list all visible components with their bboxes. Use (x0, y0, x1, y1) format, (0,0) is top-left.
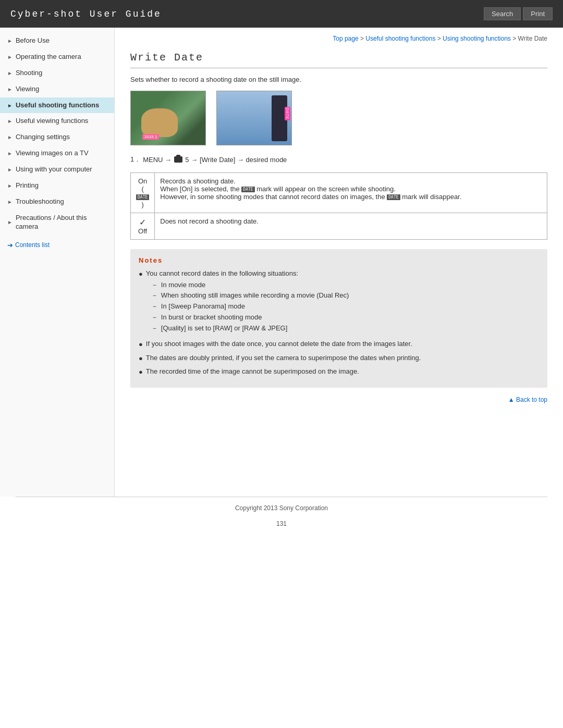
chevron-right-icon: ► (7, 182, 13, 189)
sidebar-item-viewing[interactable]: ► Viewing (0, 81, 114, 97)
chevron-right-icon: ► (7, 102, 13, 109)
bullet-icon: ● (139, 367, 143, 377)
sidebar-item-label: Operating the camera (16, 53, 81, 61)
sidebar-item-operating[interactable]: ► Operating the camera (0, 49, 114, 65)
on-icon: On (DATE) (136, 177, 149, 208)
content-area: Top page > Useful shooting functions > U… (115, 28, 563, 497)
sidebar-item-computer[interactable]: ► Using with your computer (0, 162, 114, 178)
note-text: If you shoot images with the date once, … (146, 339, 412, 349)
sidebar-item-label: Useful viewing functions (16, 117, 88, 126)
sidebar-item-before-use[interactable]: ► Before Use (0, 33, 114, 49)
chevron-right-icon: ► (7, 70, 13, 77)
chevron-right-icon: ► (7, 54, 13, 60)
header: Cyber-shot User Guide Search Print (0, 0, 563, 28)
dash-icon: － (151, 301, 158, 312)
table-cell-desc-off: Does not record a shooting date. (155, 213, 547, 240)
list-item: －In [Sweep Panorama] mode (151, 301, 349, 312)
sidebar-item-troubleshooting[interactable]: ► Troubleshooting (0, 194, 114, 210)
settings-table: On (DATE) Records a shooting date. When … (130, 172, 547, 240)
camera-num: 5 (185, 156, 189, 164)
print-button[interactable]: Print (523, 7, 553, 20)
sidebar-item-label: Useful shooting functions (16, 101, 99, 110)
main-layout: ► Before Use ► Operating the camera ► Sh… (0, 28, 563, 497)
sidebar-item-label: Before Use (16, 36, 50, 45)
date-badge-inline1: DATE (241, 187, 254, 192)
bullet-icon: ● (139, 269, 143, 279)
header-buttons: Search Print (484, 7, 553, 20)
list-item: －In burst or bracket shooting mode (151, 312, 349, 323)
breadcrumb-useful-shooting[interactable]: Useful shooting functions (365, 35, 435, 42)
bullet-icon: ● (139, 339, 143, 350)
sidebar-item-label: Changing settings (16, 133, 70, 142)
table-cell-icon-off: ✓ Off (131, 213, 155, 240)
breadcrumb-using-shooting[interactable]: Using shooting functions (443, 35, 511, 42)
breadcrumb-current: Write Date (518, 35, 547, 42)
camera-icon (174, 156, 182, 163)
sidebar-item-printing[interactable]: ► Printing (0, 178, 114, 194)
page-description: Sets whether to record a shooting date o… (130, 76, 547, 83)
notes-box: Notes ● You cannot record dates in the f… (130, 249, 547, 388)
sidebar-item-label: Precautions / About this camera (16, 214, 109, 231)
date-badge-inline2: DATE (387, 194, 400, 200)
chevron-right-icon: ► (7, 118, 13, 125)
sidebar-item-label: Viewing images on a TV (16, 149, 89, 158)
sidebar-item-label: Shooting (16, 69, 42, 78)
table-row: On (DATE) Records a shooting date. When … (131, 173, 547, 213)
chevron-right-icon: ► (7, 134, 13, 141)
breadcrumb-top[interactable]: Top page (333, 35, 358, 42)
search-button[interactable]: Search (484, 7, 521, 20)
sidebar-item-label: Viewing (16, 85, 39, 94)
sidebar-item-useful-viewing[interactable]: ► Useful viewing functions (0, 113, 114, 129)
sidebar-item-label: Using with your computer (16, 165, 92, 174)
list-item: －[Quality] is set to [RAW] or [RAW & JPE… (151, 323, 349, 334)
table-cell-desc-on: Records a shooting date. When [On] is se… (155, 173, 547, 213)
sidebar-item-label: Printing (16, 181, 39, 190)
contents-link-label: Contents list (15, 241, 50, 249)
arrow-right-icon: ➔ (7, 241, 13, 249)
sidebar-item-label: Troubleshooting (16, 198, 64, 206)
page-title: Write Date (130, 52, 547, 68)
list-item: －When shooting still images while record… (151, 290, 349, 301)
menu-step-number: 1． (130, 155, 141, 164)
table-row: ✓ Off Does not record a shooting date. (131, 213, 547, 240)
footer: Copyright 2013 Sony Corporation (0, 497, 563, 517)
chevron-right-icon: ► (7, 199, 13, 205)
photo-device (216, 91, 292, 145)
dash-icon: － (151, 323, 158, 334)
breadcrumb: Top page > Useful shooting functions > U… (130, 35, 547, 44)
contents-list-link[interactable]: ➔ Contents list (0, 237, 114, 253)
dash-icon: － (151, 280, 158, 291)
list-item: ● The dates are doubly printed, if you s… (139, 353, 539, 364)
list-item: ● You cannot record dates in the followi… (139, 268, 539, 336)
chevron-right-icon: ► (7, 86, 13, 93)
list-item: ● The recorded time of the image cannot … (139, 366, 539, 377)
dash-icon: － (151, 312, 158, 323)
sidebar-item-precautions[interactable]: ► Precautions / About this camera (0, 210, 114, 235)
breadcrumb-sep3: > (512, 35, 518, 42)
breadcrumb-sep1: > (360, 35, 365, 42)
list-item: －In movie mode (151, 280, 349, 291)
sidebar-item-viewing-tv[interactable]: ► Viewing images on a TV (0, 145, 114, 162)
chevron-right-icon: ► (7, 150, 13, 157)
menu-instruction: 1． MENU → 5 → [Write Date] → desired mod… (130, 155, 547, 164)
back-to-top-link[interactable]: Back to top (130, 396, 547, 403)
sidebar-item-changing-settings[interactable]: ► Changing settings (0, 129, 114, 145)
chevron-right-icon: ► (7, 38, 13, 44)
sidebar-item-shooting[interactable]: ► Shooting (0, 65, 114, 81)
breadcrumb-sep2: > (437, 35, 443, 42)
note-text: You cannot record dates in the following… (146, 268, 349, 336)
menu-text-end: → [Write Date] → desired mode (191, 156, 287, 164)
bullet-icon: ● (139, 353, 143, 364)
chevron-right-icon: ► (7, 166, 13, 173)
menu-text-start: MENU → (143, 156, 172, 164)
page-number: 131 (0, 517, 563, 535)
dash-icon: － (151, 290, 158, 301)
photo-cat (130, 91, 206, 145)
sub-list: －In movie mode －When shooting still imag… (151, 280, 349, 334)
date-badge: DATE (136, 194, 149, 200)
chevron-right-icon: ► (7, 219, 13, 226)
sidebar-item-useful-shooting[interactable]: ► Useful shooting functions (0, 97, 114, 114)
list-item: ● If you shoot images with the date once… (139, 339, 539, 350)
note-text: The dates are doubly printed, if you set… (146, 353, 421, 363)
note-text: The recorded time of the image cannot be… (146, 366, 359, 377)
